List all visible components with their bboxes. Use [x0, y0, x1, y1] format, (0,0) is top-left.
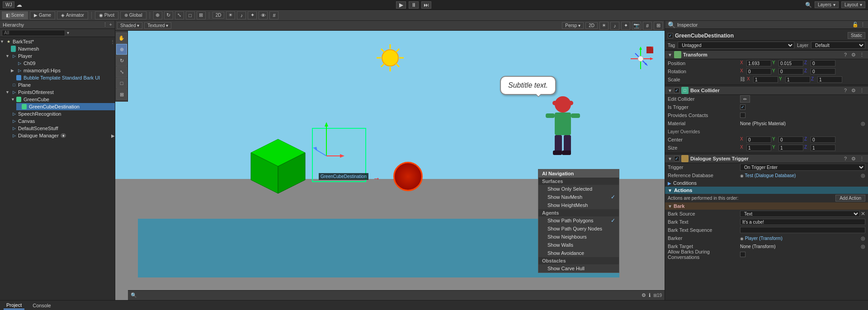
add-action-button[interactable]: Add Action [835, 195, 865, 202]
hier-item-dialogue[interactable]: ▷ Dialogue Manager ♦ ▶ [5, 132, 115, 139]
scale-x-input[interactable] [753, 76, 778, 83]
bark-source-select[interactable]: Text [740, 211, 860, 217]
layer-select[interactable]: Default [811, 42, 865, 49]
center-y-input[interactable] [778, 136, 803, 143]
hier-item-player[interactable]: ▼ ▷ Player [5, 52, 115, 60]
rect-tool[interactable]: □ [186, 11, 195, 19]
viewport-info-icon[interactable]: ℹ [649, 292, 651, 298]
scene-vis-toggle[interactable]: 👁 [259, 11, 268, 19]
ctx-show-carve-hull[interactable]: Show Carve Hull ✓ [538, 264, 619, 272]
size-z-input[interactable] [811, 145, 835, 151]
bark-text-seq-input[interactable] [740, 227, 865, 233]
2d-mode-toggle[interactable]: 2D [212, 12, 225, 19]
tag-select[interactable]: Untagged [678, 42, 794, 49]
move-tool-btn[interactable]: ⊕ [116, 44, 127, 55]
object-name-input[interactable] [675, 33, 846, 39]
ctx-show-avoidance[interactable]: Show Avoidance ✓ [538, 249, 619, 257]
hierarchy-search[interactable] [2, 30, 65, 36]
is-trigger-checkbox[interactable] [740, 104, 745, 110]
grid-toggle[interactable]: # [269, 11, 278, 19]
rotation-y-input[interactable] [778, 68, 803, 75]
move-tool[interactable]: ⊕ [153, 11, 162, 19]
2d-toggle-vp[interactable]: 2D [585, 22, 598, 29]
ctx-show-path-query[interactable]: Show Path Query Nodes ✓ [538, 225, 619, 233]
hand-tool[interactable]: ✋ [116, 33, 127, 43]
scale-z-input[interactable] [817, 76, 842, 83]
hier-item-speech[interactable]: ▷ SpeechRecognition [5, 110, 115, 117]
transform-overflow-icon[interactable]: ⋮ [858, 51, 865, 58]
dialogue-overflow-icon[interactable]: ⋮ [858, 155, 865, 162]
project-tab[interactable]: Project [4, 301, 24, 310]
user-menu[interactable]: WJ [3, 1, 14, 8]
console-tab[interactable]: Console [30, 302, 53, 309]
audio-vp-btn[interactable]: ♪ [610, 22, 619, 30]
pause-button[interactable]: ⏸ [409, 1, 419, 9]
transform-tool[interactable]: ⊞ [197, 11, 206, 19]
layers-dropdown[interactable]: Layers ▾ [815, 1, 839, 8]
bark-target-pick-icon[interactable]: ◎ [861, 244, 865, 249]
hierarchy-menu-icon[interactable]: ⋮ [103, 22, 108, 28]
position-x-input[interactable] [746, 60, 771, 66]
ref-db-pick-icon[interactable]: ◎ [861, 173, 865, 178]
ctx-show-only-selected[interactable]: Show Only Selected ✓ [538, 185, 619, 193]
rotation-z-input[interactable] [811, 68, 835, 75]
inspector-menu-icon[interactable]: ⋮ [860, 22, 865, 28]
search-vp-icon[interactable]: 🔍 [131, 292, 137, 298]
bark-text-input[interactable] [740, 219, 865, 225]
audio-toggle[interactable]: ♪ [237, 11, 246, 19]
scale-tool-btn[interactable]: ⤡ [116, 66, 127, 77]
light-vp-btn[interactable]: ☀ [599, 22, 609, 30]
hier-item-greencube[interactable]: ▼ GreenCube [11, 96, 115, 103]
step-button[interactable]: ⏭ [421, 1, 431, 9]
transform-help-icon[interactable]: ? [842, 51, 849, 58]
ctx-show-neighbours[interactable]: Show Neighbours ✓ [538, 233, 619, 241]
pivot-dropdown[interactable]: ◉ Pivot [95, 11, 118, 19]
dialogue-trigger-enable[interactable] [674, 156, 679, 161]
conditions-arrow[interactable]: ▶ [668, 181, 671, 186]
fx-toggle[interactable]: ✦ [248, 11, 257, 19]
ctx-show-walls[interactable]: Show Walls ✓ [538, 241, 619, 249]
grid-vp-btn[interactable]: # [643, 22, 652, 30]
allow-barks-checkbox[interactable] [740, 252, 745, 257]
viewport-gizmo[interactable] [626, 44, 656, 74]
rotation-x-input[interactable] [746, 68, 771, 75]
inspector-lock-icon[interactable]: 🔓 [852, 22, 859, 28]
ctx-show-heightmesh[interactable]: Show HeightMesh ✓ [538, 201, 619, 209]
box-collider-overflow-icon[interactable]: ⋮ [858, 87, 865, 94]
hier-item-plane[interactable]: □ Plane [5, 81, 115, 89]
camera-vp-btn[interactable]: 📷 [632, 22, 641, 30]
center-x-input[interactable] [746, 136, 771, 143]
hier-item-navmesh[interactable]: Navmesh [5, 45, 115, 52]
search-icon[interactable]: 🔍 [805, 2, 812, 8]
ctx-show-path-polygons[interactable]: Show Path Polygons ✓ [538, 216, 619, 225]
trigger-select[interactable]: On Trigger Enter [740, 164, 865, 171]
layout-dropdown[interactable]: Layout ▾ [841, 1, 865, 8]
hier-item-barktest[interactable]: ▼ ★ BarkTest* ⋮ [0, 38, 115, 45]
view-dropdown[interactable]: Textured ▾ [144, 22, 171, 29]
scale-link-icon[interactable]: ⛓ [740, 76, 745, 83]
edit-collider-button[interactable]: ✏ [740, 95, 750, 103]
fx-vp-btn[interactable]: ✦ [621, 22, 630, 30]
hier-item-defaultscene[interactable]: ▷ DefaultSceneStuff [5, 125, 115, 132]
center-z-input[interactable] [811, 136, 835, 143]
size-y-input[interactable] [778, 145, 803, 151]
lighting-toggle[interactable]: ☀ [226, 11, 235, 19]
static-button[interactable]: Static [848, 32, 865, 39]
box-collider-enable[interactable] [674, 88, 679, 93]
box-collider-help-icon[interactable]: ? [842, 87, 849, 94]
rect-tool-btn[interactable]: □ [116, 78, 127, 89]
dialogue-help-icon[interactable]: ? [842, 155, 849, 162]
hier-item-ch09[interactable]: ▷ Ch09 [11, 60, 115, 67]
box-collider-settings-icon[interactable]: ⚙ [850, 87, 857, 94]
dialogue-settings-icon[interactable]: ⚙ [850, 155, 857, 162]
game-tab[interactable]: ▶ Game [30, 11, 55, 19]
persp-dropdown[interactable]: Persp ▾ [562, 22, 584, 29]
size-x-input[interactable] [746, 145, 771, 151]
hier-item-mixamo[interactable]: ▶ ▷ mixamorig6:Hips [11, 67, 115, 74]
hier-item-canvas[interactable]: ▷ Canvas [5, 117, 115, 125]
hier-item-poi[interactable]: ▼ ▷ PointsOfInterest [5, 89, 115, 96]
shading-dropdown[interactable]: Shaded ▾ [117, 22, 142, 29]
ctx-show-navmesh[interactable]: Show NavMesh ✓ [538, 193, 619, 201]
gizmo-vp-btn[interactable]: ⊞ [654, 22, 663, 30]
custom-tool-btn[interactable]: ⊞ [116, 89, 127, 100]
